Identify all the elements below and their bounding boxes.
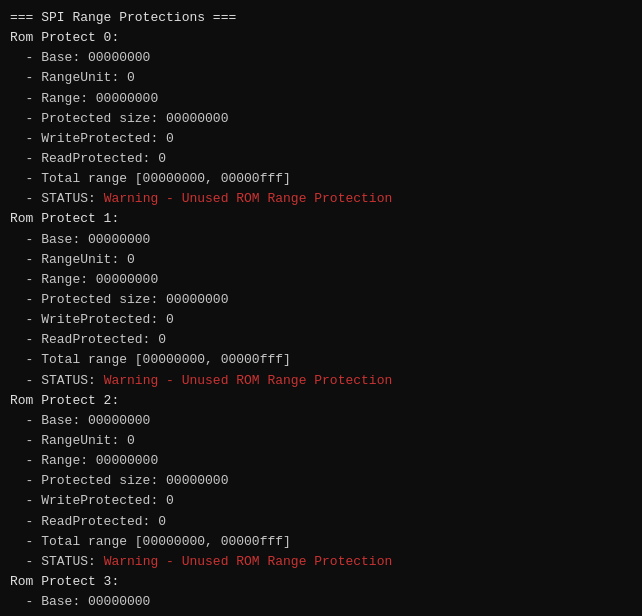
rom-protect-protsize-0: - Protected size: 00000000 (10, 109, 632, 129)
rom-protect-warning-2: Warning - Unused ROM Range Protection (104, 554, 393, 569)
rom-protect-writeprot-2: - WriteProtected: 0 (10, 491, 632, 511)
rom-protect-readprot-0: - ReadProtected: 0 (10, 149, 632, 169)
rom-protect-warning-1: Warning - Unused ROM Range Protection (104, 373, 393, 388)
rom-protect-base-2: - Base: 00000000 (10, 411, 632, 431)
rom-protect-readprot-1: - ReadProtected: 0 (10, 330, 632, 350)
rom-protect-totalrange-2: - Total range [00000000, 00000fff] (10, 532, 632, 552)
rom-protect-base-3: - Base: 00000000 (10, 592, 632, 612)
rom-protect-totalrange-1: - Total range [00000000, 00000fff] (10, 350, 632, 370)
rom-protect-totalrange-0: - Total range [00000000, 00000fff] (10, 169, 632, 189)
rom-protect-base-0: - Base: 00000000 (10, 48, 632, 68)
rom-protect-rangeunit-2: - RangeUnit: 0 (10, 431, 632, 451)
rom-protect-range-2: - Range: 00000000 (10, 451, 632, 471)
rom-protect-warning-0: Warning - Unused ROM Range Protection (104, 191, 393, 206)
rom-protect-range-0: - Range: 00000000 (10, 89, 632, 109)
rom-protect-rangeunit-1: - RangeUnit: 0 (10, 250, 632, 270)
rom-protect-protsize-1: - Protected size: 00000000 (10, 290, 632, 310)
rom-protect-status-1: - STATUS: Warning - Unused ROM Range Pro… (10, 371, 632, 391)
rom-protect-base-1: - Base: 00000000 (10, 230, 632, 250)
terminal-output: === SPI Range Protections === Rom Protec… (10, 8, 632, 616)
protects-list: Rom Protect 0: - Base: 00000000 - RangeU… (10, 28, 632, 616)
rom-protect-rangeunit-3: - RangeUnit: 0 (10, 612, 632, 616)
rom-protect-header-2: Rom Protect 2: (10, 391, 632, 411)
rom-protect-status-0: - STATUS: Warning - Unused ROM Range Pro… (10, 189, 632, 209)
rom-protect-writeprot-1: - WriteProtected: 0 (10, 310, 632, 330)
rom-protect-writeprot-0: - WriteProtected: 0 (10, 129, 632, 149)
rom-protect-header-0: Rom Protect 0: (10, 28, 632, 48)
rom-protect-status-2: - STATUS: Warning - Unused ROM Range Pro… (10, 552, 632, 572)
rom-protect-rangeunit-0: - RangeUnit: 0 (10, 68, 632, 88)
rom-protect-header-1: Rom Protect 1: (10, 209, 632, 229)
rom-protect-protsize-2: - Protected size: 00000000 (10, 471, 632, 491)
rom-protect-readprot-2: - ReadProtected: 0 (10, 512, 632, 532)
rom-protect-header-3: Rom Protect 3: (10, 572, 632, 592)
section-title: === SPI Range Protections === (10, 8, 632, 28)
rom-protect-range-1: - Range: 00000000 (10, 270, 632, 290)
